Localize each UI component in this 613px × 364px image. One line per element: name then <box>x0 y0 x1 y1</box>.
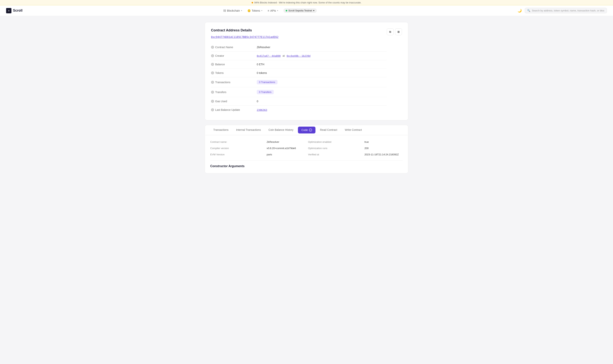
creator-address-link[interactable]: 0x417a47--44a800 <box>257 54 280 57</box>
info-icon-gas: i <box>211 100 214 103</box>
value-tokens: 0 tokens <box>257 71 267 74</box>
tab-internal-transactions[interactable]: Internal Transactions <box>232 125 265 135</box>
value-last-balance: 2306363 <box>257 108 267 111</box>
qr-button[interactable]: ⊞ <box>395 28 402 35</box>
value-transfers: 0 Transfers <box>257 90 274 94</box>
detail-row-tokens: i Tokens 0 tokens <box>211 69 387 77</box>
detail-row-creator: i Creator 0x417a47--44a800 at 0xcbe40b--… <box>211 52 387 60</box>
dark-mode-toggle[interactable]: 🌙 <box>517 9 522 13</box>
network-status-dot <box>286 10 287 12</box>
network-selector[interactable]: Scroll Sepolia Testnet ▾ <box>283 8 317 13</box>
card-actions: ⧉ ⊞ <box>387 28 402 35</box>
page-title: Contract Address Details <box>211 28 387 32</box>
network-label: Scroll Sepolia Testnet <box>288 9 312 12</box>
label-evm-version: EVM Version <box>210 153 264 156</box>
contract-detail-grid: i Contract Name ZkResolver i Creator 0x4… <box>211 43 387 114</box>
apis-nav[interactable]: ≡ APIs ▾ <box>268 9 278 12</box>
api-icon: ≡ <box>268 9 269 12</box>
value-contract-name-code: ZkResolver <box>267 141 305 143</box>
label-verified-at: Verified at <box>308 153 362 156</box>
label-contract-name-code: Contract name: <box>210 141 264 143</box>
value-optimization-enabled: true <box>364 141 403 143</box>
network-chevron: ▾ <box>313 9 315 12</box>
info-icon-name: i <box>211 46 214 49</box>
label-transfers: i Transfers <box>211 91 257 94</box>
search-box[interactable]: 🔍 Search by address, token symbol, name,… <box>525 8 607 13</box>
constructor-section-title: Constructor Arguments <box>210 160 403 168</box>
tokens-icon: 🪙 <box>247 9 251 12</box>
blockchain-chevron: ▾ <box>241 10 242 12</box>
label-contract-name: i Contract Name <box>211 46 257 49</box>
detail-row-last-balance: i Last Balance Update 2306363 <box>211 106 387 114</box>
detail-row-transactions: i Transactions 0 Transactions <box>211 77 387 87</box>
banner-text: 94% Blocks Indexed - We're indexing this… <box>254 1 362 4</box>
info-icon-last-balance: i <box>211 108 214 111</box>
qr-icon: ⊞ <box>397 30 400 33</box>
detail-row-name: i Contract Name ZkResolver <box>211 43 387 52</box>
value-evm-version: paris <box>267 153 305 156</box>
tab-transactions[interactable]: Transactions <box>209 125 232 135</box>
brand-logo[interactable]: ≡ Scroll <box>6 8 23 13</box>
detail-row-balance: i Balance 0 ETH <box>211 60 387 69</box>
value-transactions: 0 Transactions <box>257 80 278 84</box>
value-contract-name: ZkResolver <box>257 46 270 49</box>
banner-dot <box>251 2 253 3</box>
tokens-nav[interactable]: 🪙 Tokens ▾ <box>247 9 262 12</box>
creator-block-link[interactable]: 0xcbe40b--1b239d <box>287 54 310 57</box>
info-icon-tokens: i <box>211 71 214 74</box>
label-gas: i Gas Used <box>211 100 257 103</box>
contract-details-card: Contract Address Details 0xc944774D81AC1… <box>205 22 408 120</box>
info-icon-transactions: i <box>211 81 214 84</box>
tabs-card: Transactions Internal Transactions Coin … <box>205 125 408 173</box>
value-balance: 0 ETH <box>257 63 264 66</box>
label-tokens: i Tokens <box>211 71 257 74</box>
tab-code-label: Code <box>301 129 308 131</box>
brand-name: Scroll <box>13 9 23 13</box>
detail-row-gas: i Gas Used 0 <box>211 97 387 106</box>
main-content: Contract Address Details 0xc944774D81AC1… <box>202 22 411 173</box>
tab-code-check: ✓ <box>309 129 312 131</box>
value-compiler-version: v0.8.20+commit.a1b79de6 <box>267 147 305 150</box>
last-balance-link[interactable]: 2306363 <box>257 108 267 111</box>
info-icon-transfers: i <box>211 91 214 94</box>
label-optimization-runs: Optimization runs <box>308 147 362 150</box>
label-creator: i Creator <box>211 54 257 57</box>
tokens-label: Tokens <box>252 9 260 12</box>
value-optimization-runs: 200 <box>364 147 403 150</box>
contract-address[interactable]: 0xc944774D81AC1185C7BB5c3474777E117A1adE… <box>211 35 279 39</box>
indexing-banner: 94% Blocks Indexed - We're indexing this… <box>0 0 613 5</box>
logo-icon: ≡ <box>6 8 12 13</box>
label-transactions: i Transactions <box>211 81 257 84</box>
transfers-badge[interactable]: 0 Transfers <box>257 90 274 94</box>
blockchain-nav[interactable]: ⛓ Blockchain ▾ <box>223 9 242 12</box>
tab-write-contract[interactable]: Write Contract <box>341 125 366 135</box>
value-gas: 0 <box>257 100 258 103</box>
transactions-badge[interactable]: 0 Transactions <box>257 80 278 84</box>
info-icon-creator: i <box>211 54 214 57</box>
detail-row-transfers: i Transfers 0 Transfers <box>211 87 387 97</box>
tab-read-contract[interactable]: Read Contract <box>316 125 341 135</box>
nav-links: ⛓ Blockchain ▾ 🪙 Tokens ▾ ≡ APIs ▾ Scrol… <box>28 8 511 13</box>
tabs-header: Transactions Internal Transactions Coin … <box>205 125 408 135</box>
tab-coin-balance-history[interactable]: Coin Balance History <box>265 125 297 135</box>
search-icon: 🔍 <box>527 9 530 12</box>
apis-chevron: ▾ <box>277 10 278 12</box>
label-last-balance: i Last Balance Update <box>211 108 257 111</box>
label-compiler-version: Compiler version <box>210 147 264 150</box>
label-optimization-enabled: Optimization enabled <box>308 141 362 143</box>
at-text: at <box>282 54 285 57</box>
blockchain-label: Blockchain <box>227 9 240 12</box>
tabs-content: Contract name: ZkResolver Optimization e… <box>205 135 408 173</box>
apis-label: APIs <box>270 9 276 12</box>
tab-code[interactable]: Code ✓ <box>298 127 315 133</box>
navbar: ≡ Scroll ⛓ Blockchain ▾ 🪙 Tokens ▾ ≡ API… <box>0 5 613 16</box>
value-creator: 0x417a47--44a800 at 0xcbe40b--1b239d <box>257 54 310 57</box>
chain-icon: ⛓ <box>223 9 226 12</box>
value-verified-at: 2023-11-18T21:14:24.218392Z <box>364 153 403 156</box>
search-placeholder: Search by address, token symbol, name, t… <box>532 9 604 12</box>
copy-icon: ⧉ <box>389 30 391 34</box>
copy-button[interactable]: ⧉ <box>387 28 394 35</box>
tokens-chevron: ▾ <box>261 10 262 12</box>
code-details-grid: Contract name: ZkResolver Optimization e… <box>210 141 403 156</box>
nav-right: 🌙 🔍 Search by address, token symbol, nam… <box>517 8 607 13</box>
